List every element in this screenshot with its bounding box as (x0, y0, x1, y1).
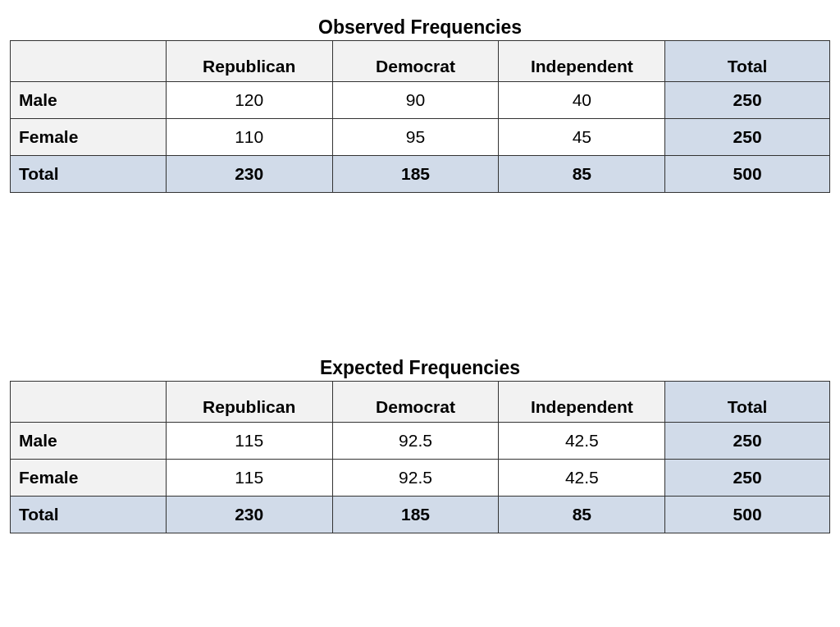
observed-cell: 90 (332, 82, 499, 119)
expected-cell: 42.5 (499, 423, 665, 460)
expected-col-header-total: Total (665, 382, 830, 423)
table-row: Total 230 185 85 500 (11, 156, 830, 193)
expected-cell: 115 (166, 460, 332, 497)
expected-title: Expected Frequencies (10, 357, 830, 379)
observed-col-header: Independent (499, 41, 665, 82)
observed-table: Republican Democrat Independent Total Ma… (10, 40, 830, 193)
expected-row-label: Female (11, 460, 167, 497)
observed-corner-cell (11, 41, 167, 82)
observed-col-total: 185 (332, 156, 499, 193)
observed-row-label: Male (11, 82, 167, 119)
expected-total-label: Total (11, 497, 167, 533)
table-row: Female 110 95 45 250 (11, 119, 830, 156)
expected-row-total: 250 (665, 460, 830, 497)
expected-table: Republican Democrat Independent Total Ma… (10, 381, 830, 533)
observed-title: Observed Frequencies (10, 16, 830, 39)
observed-total-label: Total (11, 156, 167, 193)
observed-row-label: Female (11, 119, 167, 156)
expected-cell: 42.5 (499, 460, 665, 497)
observed-row-total: 250 (665, 82, 830, 119)
observed-grand-total: 500 (665, 156, 830, 193)
spacer (10, 193, 830, 357)
expected-col-total: 230 (166, 497, 332, 533)
expected-col-header: Republican (166, 382, 332, 423)
expected-row-label: Male (11, 423, 167, 460)
observed-col-total: 85 (499, 156, 665, 193)
table-row: Male 120 90 40 250 (11, 82, 830, 119)
expected-col-total: 185 (332, 497, 499, 533)
observed-cell: 120 (166, 82, 332, 119)
expected-cell: 115 (166, 423, 332, 460)
expected-cell: 92.5 (332, 423, 499, 460)
expected-col-header: Democrat (332, 382, 499, 423)
observed-col-header: Republican (166, 41, 332, 82)
expected-grand-total: 500 (665, 497, 830, 533)
expected-row-total: 250 (665, 423, 830, 460)
observed-header-row: Republican Democrat Independent Total (11, 41, 830, 82)
observed-row-total: 250 (665, 119, 830, 156)
expected-cell: 92.5 (332, 460, 499, 497)
table-row: Male 115 92.5 42.5 250 (11, 423, 830, 460)
expected-col-header: Independent (499, 382, 665, 423)
observed-cell: 110 (166, 119, 332, 156)
observed-cell: 95 (332, 119, 499, 156)
observed-cell: 40 (499, 82, 665, 119)
table-row: Total 230 185 85 500 (11, 497, 830, 533)
expected-header-row: Republican Democrat Independent Total (11, 382, 830, 423)
expected-col-total: 85 (499, 497, 665, 533)
expected-corner-cell (11, 382, 167, 423)
observed-col-header-total: Total (665, 41, 830, 82)
table-row: Female 115 92.5 42.5 250 (11, 460, 830, 497)
observed-cell: 45 (499, 119, 665, 156)
observed-col-total: 230 (166, 156, 332, 193)
observed-col-header: Democrat (332, 41, 499, 82)
